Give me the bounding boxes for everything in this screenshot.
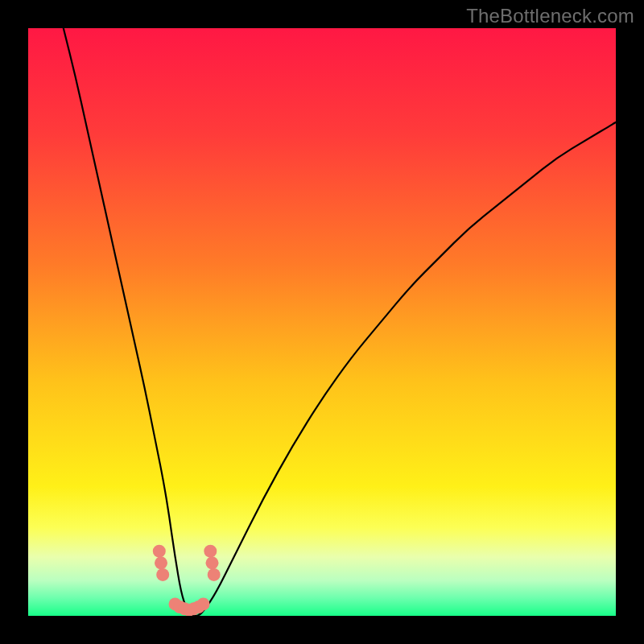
valley-marker: [197, 597, 210, 610]
valley-marker: [208, 568, 221, 581]
valley-markers: [153, 545, 221, 616]
bottleneck-curve: [64, 28, 616, 616]
watermark-text: TheBottleneck.com: [466, 5, 634, 27]
valley-marker: [206, 556, 219, 569]
valley-marker: [153, 545, 166, 558]
outer-frame: TheBottleneck.com: [0, 0, 644, 644]
valley-marker: [156, 568, 169, 581]
plot-area: [28, 28, 616, 616]
curve-svg: [28, 28, 616, 616]
valley-marker: [155, 556, 167, 569]
valley-marker: [204, 545, 217, 558]
